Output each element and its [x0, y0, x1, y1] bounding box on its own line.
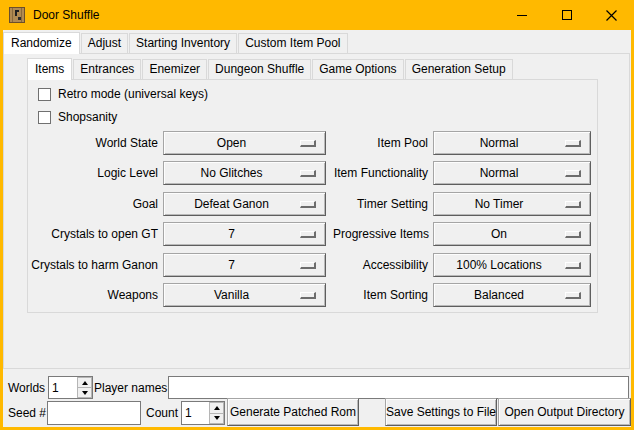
worlds-label: Worlds — [8, 377, 45, 399]
weapons-dropdown[interactable]: Vanilla — [163, 283, 326, 307]
spin-up-button[interactable] — [77, 377, 92, 388]
count-spinbox[interactable]: 1 — [181, 401, 225, 425]
tab-randomize[interactable]: Randomize — [3, 32, 80, 54]
shopsanity-checkbox[interactable] — [38, 111, 51, 124]
dropdown-indicator-icon — [300, 231, 316, 238]
dropdown-indicator-icon — [300, 170, 316, 177]
shopsanity-row: Shopsanity — [38, 110, 117, 124]
dropdown-indicator-icon — [565, 231, 581, 238]
dropdown-indicator-icon — [565, 170, 581, 177]
spin-up-button[interactable] — [209, 402, 224, 414]
spin-down-icon — [82, 391, 88, 395]
crystals-gt-label: Crystals to open GT — [27, 222, 163, 246]
subtab-game-options[interactable]: Game Options — [312, 59, 403, 79]
field-goal: Goal Defeat Ganon — [27, 192, 326, 216]
dropdown-indicator-icon — [565, 292, 581, 299]
minimize-button[interactable] — [499, 0, 544, 30]
field-world-state: World State Open — [27, 131, 326, 155]
field-accessibility: Accessibility 100% Locations — [333, 253, 591, 277]
weapons-label: Weapons — [27, 283, 163, 307]
minimize-icon — [517, 15, 527, 16]
item-functionality-label: Item Functionality — [333, 161, 433, 185]
accessibility-label: Accessibility — [333, 253, 433, 277]
maximize-icon — [562, 10, 572, 20]
dropdown-indicator-icon — [565, 140, 581, 147]
tab-custom-item-pool[interactable]: Custom Item Pool — [238, 33, 347, 53]
count-label: Count — [146, 402, 178, 424]
item-sorting-dropdown[interactable]: Balanced — [433, 283, 591, 307]
accessibility-dropdown[interactable]: 100% Locations — [433, 253, 591, 277]
generate-patched-rom-button[interactable]: Generate Patched Rom — [227, 398, 359, 426]
spin-down-button[interactable] — [77, 388, 92, 398]
app-window: Door Shuffle Randomize Adjust Starting I… — [0, 0, 634, 430]
crystals-ganon-dropdown[interactable]: 7 — [163, 253, 326, 277]
retro-mode-row: Retro mode (universal keys) — [38, 87, 208, 101]
progressive-items-label: Progressive Items — [333, 222, 433, 246]
close-button[interactable] — [589, 0, 634, 30]
goal-dropdown[interactable]: Defeat Ganon — [163, 192, 326, 216]
field-progressive-items: Progressive Items On — [333, 222, 591, 246]
item-sorting-label: Item Sorting — [333, 283, 433, 307]
field-logic-level: Logic Level No Glitches — [27, 161, 326, 185]
crystals-ganon-label: Crystals to harm Ganon — [27, 253, 163, 277]
timer-setting-label: Timer Setting — [333, 192, 433, 216]
window-title: Door Shuffle — [33, 8, 100, 22]
client-area: Randomize Adjust Starting Inventory Cust… — [3, 30, 631, 427]
logic-level-dropdown[interactable]: No Glitches — [163, 161, 326, 185]
subtab-items[interactable]: Items — [27, 58, 72, 80]
item-functionality-dropdown[interactable]: Normal — [433, 161, 591, 185]
seed-label: Seed # — [8, 402, 46, 424]
spin-down-icon — [214, 416, 220, 420]
progressive-items-dropdown[interactable]: On — [433, 222, 591, 246]
item-pool-dropdown[interactable]: Normal — [433, 131, 591, 155]
field-crystals-gt: Crystals to open GT 7 — [27, 222, 326, 246]
field-weapons: Weapons Vanilla — [27, 283, 326, 307]
tab-starting-inventory[interactable]: Starting Inventory — [129, 33, 237, 53]
subtab-enemizer[interactable]: Enemizer — [142, 59, 207, 79]
dropdown-indicator-icon — [300, 262, 316, 269]
retro-mode-label: Retro mode (universal keys) — [58, 87, 208, 101]
crystals-gt-dropdown[interactable]: 7 — [163, 222, 326, 246]
worlds-spinbox[interactable]: 1 — [48, 376, 93, 399]
player-names-input[interactable] — [168, 376, 629, 399]
goal-label: Goal — [27, 192, 163, 216]
spin-up-icon — [214, 406, 220, 410]
seed-input[interactable] — [47, 401, 141, 425]
dropdown-indicator-icon — [565, 201, 581, 208]
maximize-button[interactable] — [544, 0, 589, 30]
world-state-label: World State — [27, 131, 163, 155]
subtab-generation-setup[interactable]: Generation Setup — [405, 59, 513, 79]
tab-adjust[interactable]: Adjust — [81, 33, 128, 53]
save-settings-button[interactable]: Save Settings to File — [385, 398, 497, 426]
main-tab-bar: Randomize Adjust Starting Inventory Cust… — [3, 30, 349, 53]
subtab-dungeon-shuffle[interactable]: Dungeon Shuffle — [208, 59, 311, 79]
close-icon — [606, 10, 617, 21]
shopsanity-label: Shopsanity — [58, 110, 117, 124]
open-output-directory-button[interactable]: Open Output Directory — [498, 398, 631, 426]
dropdown-indicator-icon — [300, 292, 316, 299]
door-icon — [9, 7, 25, 23]
timer-setting-dropdown[interactable]: No Timer — [433, 192, 591, 216]
subtab-entrances[interactable]: Entrances — [73, 59, 141, 79]
logic-level-label: Logic Level — [27, 161, 163, 185]
field-item-functionality: Item Functionality Normal — [333, 161, 591, 185]
dropdown-indicator-icon — [300, 201, 316, 208]
item-pool-label: Item Pool — [333, 131, 433, 155]
field-timer-setting: Timer Setting No Timer — [333, 192, 591, 216]
window-controls — [499, 0, 634, 30]
dropdown-indicator-icon — [300, 140, 316, 147]
sub-tab-bar: Items Entrances Enemizer Dungeon Shuffle… — [27, 56, 514, 79]
field-item-pool: Item Pool Normal — [333, 131, 591, 155]
player-names-label: Player names — [94, 377, 167, 399]
retro-mode-checkbox[interactable] — [38, 88, 51, 101]
dropdown-indicator-icon — [565, 262, 581, 269]
field-crystals-ganon: Crystals to harm Ganon 7 — [27, 253, 326, 277]
spin-up-icon — [82, 381, 88, 385]
world-state-dropdown[interactable]: Open — [163, 131, 326, 155]
spin-down-button[interactable] — [209, 414, 224, 425]
titlebar[interactable]: Door Shuffle — [0, 0, 634, 30]
field-item-sorting: Item Sorting Balanced — [333, 283, 591, 307]
